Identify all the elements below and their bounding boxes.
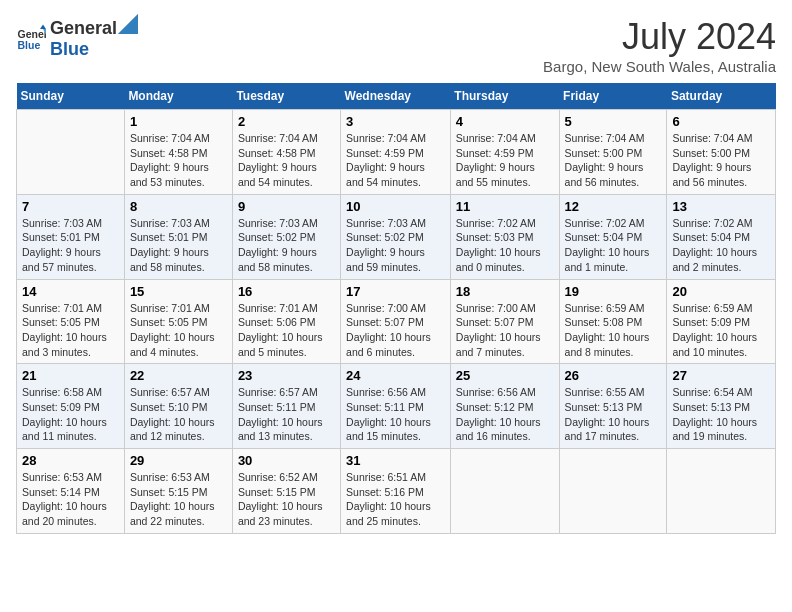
day-info: Sunrise: 7:03 AMSunset: 5:01 PMDaylight:… <box>22 216 119 275</box>
day-info: Sunrise: 7:04 AMSunset: 4:58 PMDaylight:… <box>238 131 335 190</box>
day-number: 30 <box>238 453 335 468</box>
calendar-cell: 5Sunrise: 7:04 AMSunset: 5:00 PMDaylight… <box>559 110 667 195</box>
day-info: Sunrise: 6:56 AMSunset: 5:12 PMDaylight:… <box>456 385 554 444</box>
day-info: Sunrise: 7:03 AMSunset: 5:02 PMDaylight:… <box>238 216 335 275</box>
calendar-cell: 13Sunrise: 7:02 AMSunset: 5:04 PMDayligh… <box>667 194 776 279</box>
calendar-cell: 17Sunrise: 7:00 AMSunset: 5:07 PMDayligh… <box>341 279 451 364</box>
day-info: Sunrise: 7:04 AMSunset: 4:59 PMDaylight:… <box>456 131 554 190</box>
day-info: Sunrise: 6:57 AMSunset: 5:10 PMDaylight:… <box>130 385 227 444</box>
logo-text-blue: Blue <box>50 39 89 59</box>
calendar-cell: 14Sunrise: 7:01 AMSunset: 5:05 PMDayligh… <box>17 279 125 364</box>
day-number: 13 <box>672 199 770 214</box>
calendar-cell <box>667 449 776 534</box>
day-info: Sunrise: 7:04 AMSunset: 4:58 PMDaylight:… <box>130 131 227 190</box>
day-info: Sunrise: 7:04 AMSunset: 5:00 PMDaylight:… <box>672 131 770 190</box>
day-number: 10 <box>346 199 445 214</box>
day-number: 5 <box>565 114 662 129</box>
day-number: 3 <box>346 114 445 129</box>
day-number: 29 <box>130 453 227 468</box>
day-info: Sunrise: 6:54 AMSunset: 5:13 PMDaylight:… <box>672 385 770 444</box>
page-header: General Blue General Blue July 2024 Barg… <box>16 16 776 75</box>
day-info: Sunrise: 7:00 AMSunset: 5:07 PMDaylight:… <box>456 301 554 360</box>
day-info: Sunrise: 7:01 AMSunset: 5:05 PMDaylight:… <box>22 301 119 360</box>
svg-marker-2 <box>40 25 46 30</box>
day-number: 9 <box>238 199 335 214</box>
day-info: Sunrise: 6:52 AMSunset: 5:15 PMDaylight:… <box>238 470 335 529</box>
calendar-cell: 24Sunrise: 6:56 AMSunset: 5:11 PMDayligh… <box>341 364 451 449</box>
day-header-wednesday: Wednesday <box>341 83 451 110</box>
day-number: 24 <box>346 368 445 383</box>
logo-text-general: General <box>50 18 117 39</box>
calendar-week-row: 7Sunrise: 7:03 AMSunset: 5:01 PMDaylight… <box>17 194 776 279</box>
day-number: 23 <box>238 368 335 383</box>
calendar-header-row: SundayMondayTuesdayWednesdayThursdayFrid… <box>17 83 776 110</box>
day-info: Sunrise: 7:02 AMSunset: 5:03 PMDaylight:… <box>456 216 554 275</box>
calendar-cell: 28Sunrise: 6:53 AMSunset: 5:14 PMDayligh… <box>17 449 125 534</box>
day-number: 21 <box>22 368 119 383</box>
day-header-monday: Monday <box>124 83 232 110</box>
svg-text:Blue: Blue <box>18 39 41 51</box>
day-number: 25 <box>456 368 554 383</box>
day-number: 19 <box>565 284 662 299</box>
day-number: 4 <box>456 114 554 129</box>
day-header-tuesday: Tuesday <box>232 83 340 110</box>
calendar-cell: 11Sunrise: 7:02 AMSunset: 5:03 PMDayligh… <box>450 194 559 279</box>
calendar-cell: 20Sunrise: 6:59 AMSunset: 5:09 PMDayligh… <box>667 279 776 364</box>
logo-icon: General Blue <box>16 23 46 53</box>
calendar-cell: 25Sunrise: 6:56 AMSunset: 5:12 PMDayligh… <box>450 364 559 449</box>
calendar-cell: 1Sunrise: 7:04 AMSunset: 4:58 PMDaylight… <box>124 110 232 195</box>
day-header-saturday: Saturday <box>667 83 776 110</box>
day-number: 28 <box>22 453 119 468</box>
day-info: Sunrise: 6:51 AMSunset: 5:16 PMDaylight:… <box>346 470 445 529</box>
calendar-cell: 9Sunrise: 7:03 AMSunset: 5:02 PMDaylight… <box>232 194 340 279</box>
day-info: Sunrise: 6:53 AMSunset: 5:15 PMDaylight:… <box>130 470 227 529</box>
logo: General Blue General Blue <box>16 16 138 60</box>
day-number: 22 <box>130 368 227 383</box>
day-info: Sunrise: 7:01 AMSunset: 5:06 PMDaylight:… <box>238 301 335 360</box>
calendar-cell: 8Sunrise: 7:03 AMSunset: 5:01 PMDaylight… <box>124 194 232 279</box>
day-info: Sunrise: 6:58 AMSunset: 5:09 PMDaylight:… <box>22 385 119 444</box>
calendar-cell: 16Sunrise: 7:01 AMSunset: 5:06 PMDayligh… <box>232 279 340 364</box>
day-info: Sunrise: 6:55 AMSunset: 5:13 PMDaylight:… <box>565 385 662 444</box>
calendar-cell: 10Sunrise: 7:03 AMSunset: 5:02 PMDayligh… <box>341 194 451 279</box>
calendar-week-row: 14Sunrise: 7:01 AMSunset: 5:05 PMDayligh… <box>17 279 776 364</box>
day-number: 16 <box>238 284 335 299</box>
calendar-cell: 21Sunrise: 6:58 AMSunset: 5:09 PMDayligh… <box>17 364 125 449</box>
calendar-cell: 22Sunrise: 6:57 AMSunset: 5:10 PMDayligh… <box>124 364 232 449</box>
day-number: 11 <box>456 199 554 214</box>
day-info: Sunrise: 7:03 AMSunset: 5:01 PMDaylight:… <box>130 216 227 275</box>
calendar-cell: 18Sunrise: 7:00 AMSunset: 5:07 PMDayligh… <box>450 279 559 364</box>
day-number: 18 <box>456 284 554 299</box>
day-number: 14 <box>22 284 119 299</box>
calendar-cell <box>17 110 125 195</box>
calendar-week-row: 21Sunrise: 6:58 AMSunset: 5:09 PMDayligh… <box>17 364 776 449</box>
calendar-table: SundayMondayTuesdayWednesdayThursdayFrid… <box>16 83 776 534</box>
day-info: Sunrise: 7:03 AMSunset: 5:02 PMDaylight:… <box>346 216 445 275</box>
day-info: Sunrise: 6:53 AMSunset: 5:14 PMDaylight:… <box>22 470 119 529</box>
subtitle: Bargo, New South Wales, Australia <box>543 58 776 75</box>
calendar-cell: 29Sunrise: 6:53 AMSunset: 5:15 PMDayligh… <box>124 449 232 534</box>
day-header-friday: Friday <box>559 83 667 110</box>
calendar-cell: 7Sunrise: 7:03 AMSunset: 5:01 PMDaylight… <box>17 194 125 279</box>
day-number: 2 <box>238 114 335 129</box>
logo-triangle-icon <box>118 14 138 34</box>
day-header-thursday: Thursday <box>450 83 559 110</box>
day-number: 1 <box>130 114 227 129</box>
main-title: July 2024 <box>543 16 776 58</box>
day-info: Sunrise: 6:56 AMSunset: 5:11 PMDaylight:… <box>346 385 445 444</box>
day-info: Sunrise: 7:01 AMSunset: 5:05 PMDaylight:… <box>130 301 227 360</box>
calendar-cell: 3Sunrise: 7:04 AMSunset: 4:59 PMDaylight… <box>341 110 451 195</box>
day-number: 26 <box>565 368 662 383</box>
day-number: 6 <box>672 114 770 129</box>
calendar-cell: 30Sunrise: 6:52 AMSunset: 5:15 PMDayligh… <box>232 449 340 534</box>
calendar-week-row: 28Sunrise: 6:53 AMSunset: 5:14 PMDayligh… <box>17 449 776 534</box>
day-number: 20 <box>672 284 770 299</box>
calendar-cell: 12Sunrise: 7:02 AMSunset: 5:04 PMDayligh… <box>559 194 667 279</box>
day-info: Sunrise: 6:57 AMSunset: 5:11 PMDaylight:… <box>238 385 335 444</box>
title-area: July 2024 Bargo, New South Wales, Austra… <box>543 16 776 75</box>
calendar-cell: 19Sunrise: 6:59 AMSunset: 5:08 PMDayligh… <box>559 279 667 364</box>
day-info: Sunrise: 7:04 AMSunset: 4:59 PMDaylight:… <box>346 131 445 190</box>
calendar-cell: 23Sunrise: 6:57 AMSunset: 5:11 PMDayligh… <box>232 364 340 449</box>
day-number: 17 <box>346 284 445 299</box>
day-info: Sunrise: 7:04 AMSunset: 5:00 PMDaylight:… <box>565 131 662 190</box>
